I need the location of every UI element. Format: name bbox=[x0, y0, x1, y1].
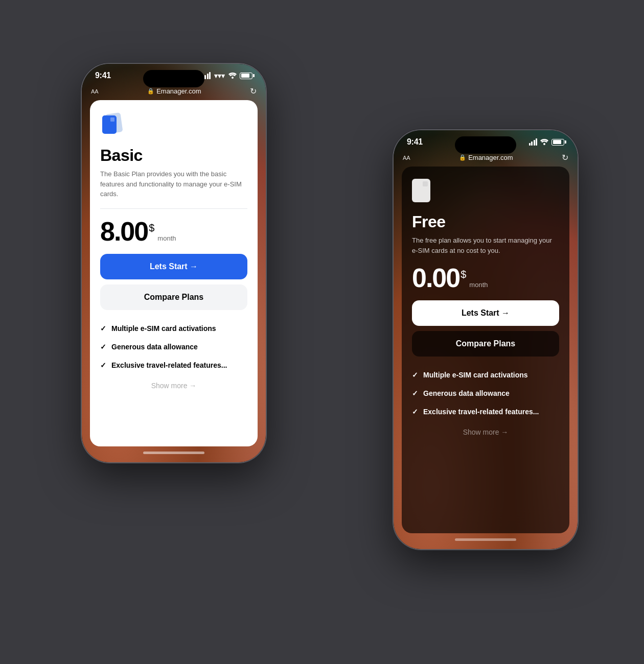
feature-text-2-free: Generous data allowance bbox=[423, 389, 510, 397]
price-currency-free: $ bbox=[461, 269, 466, 280]
plan-title-free: Free bbox=[412, 212, 559, 231]
lock-icon: 🔒 bbox=[147, 88, 154, 94]
browser-aa-basic: AA bbox=[91, 88, 99, 94]
scrollable-free: Free The free plan allows you to start m… bbox=[394, 167, 578, 533]
feature-text-3-free: Exclusive travel-related features... bbox=[423, 408, 539, 416]
feature-item-1-basic: ✓ Multiple e-SIM card activations bbox=[100, 319, 247, 338]
feature-item-1-free: ✓ Multiple e-SIM card activations bbox=[412, 366, 559, 384]
dynamic-island-free bbox=[455, 136, 516, 154]
feature-item-3-basic: ✓ Exclusive travel-related features... bbox=[100, 356, 247, 374]
check-icon-1-basic: ✓ bbox=[100, 324, 106, 333]
url-text-free: Emanager.com bbox=[468, 154, 513, 161]
scene: 9:41 ▾▾▾ bbox=[41, 38, 603, 626]
feature-text-1-free: Multiple e-SIM card activations bbox=[423, 371, 528, 379]
content-card-basic: Basic The Basic Plan provides you with t… bbox=[90, 100, 258, 446]
home-bar-basic bbox=[143, 452, 204, 454]
price-amount-free: 0.00 bbox=[412, 265, 459, 291]
time-basic: 9:41 bbox=[95, 71, 111, 80]
plan-description-free: The free plan allows you to start managi… bbox=[412, 235, 559, 255]
check-icon-2-free: ✓ bbox=[412, 389, 418, 397]
browser-aa-free: AA bbox=[403, 155, 410, 161]
price-row-basic: 8.00 $ month bbox=[100, 218, 247, 245]
price-period-basic: month bbox=[157, 234, 176, 242]
feature-text-1-basic: Multiple e-SIM card activations bbox=[111, 324, 216, 333]
lets-start-button-basic[interactable]: Lets Start → bbox=[100, 254, 247, 279]
feature-text-3-basic: Exclusive travel-related features... bbox=[111, 361, 227, 369]
features-list-free: ✓ Multiple e-SIM card activations ✓ Gene… bbox=[412, 366, 559, 421]
compare-plans-button-basic[interactable]: Compare Plans bbox=[100, 284, 247, 310]
status-icons-free bbox=[529, 138, 565, 146]
battery-icon-free bbox=[551, 139, 564, 146]
feature-text-2-basic: Generous data allowance bbox=[111, 343, 198, 351]
svg-point-0 bbox=[232, 77, 234, 79]
compare-plans-button-free[interactable]: Compare Plans bbox=[412, 331, 559, 357]
browser-url-basic[interactable]: 🔒 Emanager.com bbox=[147, 87, 201, 95]
status-icons-basic: ▾▾▾ bbox=[202, 72, 253, 80]
wifi-svg-icon bbox=[228, 73, 237, 79]
feature-item-2-basic: ✓ Generous data allowance bbox=[100, 338, 247, 356]
show-more-free[interactable]: Show more → bbox=[412, 428, 559, 436]
signal-icon-free bbox=[529, 138, 538, 146]
price-currency-basic: $ bbox=[149, 222, 154, 234]
scrollable-basic: Basic The Basic Plan provides you with t… bbox=[82, 100, 266, 446]
lock-icon-free: 🔒 bbox=[459, 154, 466, 161]
home-bar-free bbox=[455, 538, 516, 541]
url-text-basic: Emanager.com bbox=[156, 87, 201, 95]
price-period-free: month bbox=[469, 281, 488, 289]
price-amount-basic: 8.00 bbox=[100, 218, 148, 245]
check-icon-1-free: ✓ bbox=[412, 371, 418, 379]
divider-basic bbox=[100, 208, 247, 209]
refresh-icon-basic[interactable]: ↻ bbox=[250, 86, 257, 96]
sim-icon-basic bbox=[100, 112, 127, 139]
wifi-icon: ▾▾▾ bbox=[214, 72, 225, 80]
price-row-free: 0.00 $ month bbox=[412, 265, 559, 291]
plan-title-basic: Basic bbox=[100, 146, 247, 165]
check-icon-2-basic: ✓ bbox=[100, 343, 106, 351]
phone-basic: 9:41 ▾▾▾ bbox=[82, 64, 266, 462]
features-list-basic: ✓ Multiple e-SIM card activations ✓ Gene… bbox=[100, 319, 247, 374]
home-indicator-basic bbox=[82, 446, 266, 462]
show-more-basic[interactable]: Show more → bbox=[100, 382, 247, 390]
time-free: 9:41 bbox=[407, 137, 423, 147]
feature-item-3-free: ✓ Exclusive travel-related features... bbox=[412, 402, 559, 421]
plan-description-basic: The Basic Plan provides you with the bas… bbox=[100, 169, 247, 199]
check-icon-3-basic: ✓ bbox=[100, 361, 106, 369]
svg-point-1 bbox=[543, 143, 545, 145]
battery-icon bbox=[240, 73, 252, 79]
wifi-icon-free bbox=[540, 139, 548, 145]
refresh-icon-free[interactable]: ↻ bbox=[562, 153, 568, 162]
dynamic-island bbox=[143, 70, 204, 87]
lets-start-button-free[interactable]: Lets Start → bbox=[412, 300, 559, 326]
sim-icon-free bbox=[412, 179, 439, 205]
browser-url-free[interactable]: 🔒 Emanager.com bbox=[459, 154, 513, 161]
phone-free: 9:41 bbox=[394, 130, 578, 549]
feature-item-2-free: ✓ Generous data allowance bbox=[412, 384, 559, 402]
content-card-free: Free The free plan allows you to start m… bbox=[402, 167, 569, 533]
home-indicator-free bbox=[394, 533, 578, 549]
check-icon-3-free: ✓ bbox=[412, 408, 418, 416]
